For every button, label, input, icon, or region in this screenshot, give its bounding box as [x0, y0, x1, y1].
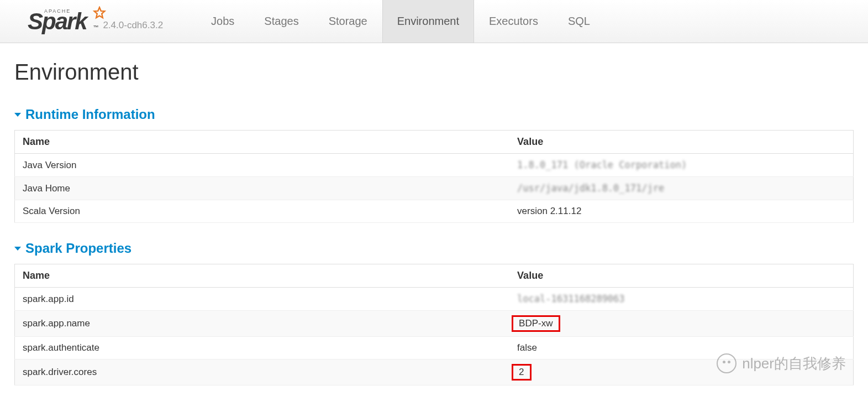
- tab-sql[interactable]: SQL: [553, 0, 605, 43]
- logo-apache-text: APACHE: [44, 9, 71, 14]
- runtime-row-value: 1.8.0_171 (Oracle Corporation): [509, 154, 853, 177]
- runtime-row-name: Scala Version: [15, 200, 510, 223]
- caret-down-icon: [14, 247, 21, 251]
- table-row: spark.authenticate false: [15, 337, 854, 360]
- table-row: spark.app.name BDP-xw: [15, 311, 854, 337]
- table-row: Java Home /usr/java/jdk1.8.0_171/jre: [15, 177, 854, 200]
- version-label: 2.4.0-cdh6.3.2: [103, 20, 163, 31]
- runtime-col-value[interactable]: Value: [509, 131, 853, 154]
- runtime-row-value: /usr/java/jdk1.8.0_171/jre: [509, 177, 853, 200]
- runtime-row-name: Java Home: [15, 177, 510, 200]
- table-row: spark.app.id local-1631168289063: [15, 288, 854, 311]
- tab-stages[interactable]: Stages: [249, 0, 313, 43]
- props-row-name: spark.app.id: [15, 288, 510, 311]
- runtime-col-name[interactable]: Name: [15, 131, 510, 154]
- table-row: spark.driver.cores 2: [15, 360, 854, 386]
- caret-down-icon: [14, 113, 21, 117]
- brand[interactable]: APACHE Spark ™ 2.4.0-cdh6.3.2: [28, 10, 163, 33]
- star-icon: [92, 2, 107, 25]
- section-title-spark-properties: Spark Properties: [25, 241, 131, 256]
- props-col-value[interactable]: Value: [509, 264, 853, 288]
- section-header-runtime[interactable]: Runtime Information: [14, 107, 854, 122]
- spark-properties-table: Name Value spark.app.id local-1631168289…: [14, 264, 854, 386]
- props-row-value: false: [509, 337, 853, 360]
- table-row: Scala Version version 2.11.12: [15, 200, 854, 223]
- nav-tabs: Jobs Stages Storage Environment Executor…: [196, 0, 605, 43]
- spark-logo: APACHE Spark ™: [28, 10, 97, 33]
- navbar: APACHE Spark ™ 2.4.0-cdh6.3.2 Jobs Stage…: [0, 0, 868, 43]
- table-row: Java Version 1.8.0_171 (Oracle Corporati…: [15, 154, 854, 177]
- runtime-table: Name Value Java Version 1.8.0_171 (Oracl…: [14, 130, 854, 223]
- props-row-value: local-1631168289063: [509, 288, 853, 311]
- props-row-value: 2: [509, 360, 853, 386]
- props-row-name: spark.driver.cores: [15, 360, 510, 386]
- tab-executors[interactable]: Executors: [474, 0, 553, 43]
- runtime-row-value: version 2.11.12: [509, 200, 853, 223]
- section-header-spark-properties[interactable]: Spark Properties: [14, 241, 854, 256]
- content: Environment Runtime Information Name Val…: [0, 43, 868, 401]
- runtime-row-name: Java Version: [15, 154, 510, 177]
- props-row-name: spark.app.name: [15, 311, 510, 337]
- section-title-runtime: Runtime Information: [25, 107, 155, 122]
- props-col-name[interactable]: Name: [15, 264, 510, 288]
- page-title: Environment: [14, 60, 854, 85]
- tab-jobs[interactable]: Jobs: [196, 0, 249, 43]
- tab-storage[interactable]: Storage: [314, 0, 382, 43]
- props-row-value: BDP-xw: [509, 311, 853, 337]
- tab-environment[interactable]: Environment: [382, 0, 474, 43]
- props-row-name: spark.authenticate: [15, 337, 510, 360]
